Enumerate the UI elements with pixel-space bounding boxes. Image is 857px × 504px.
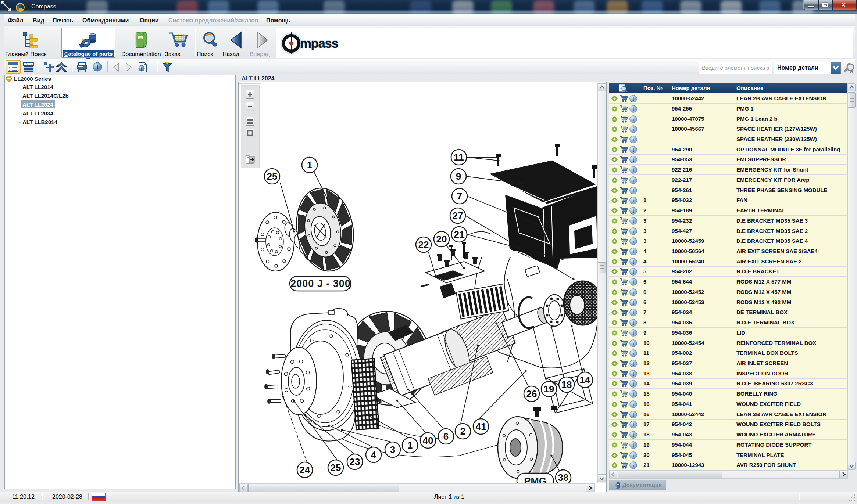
svg-text:i: i <box>141 66 142 72</box>
svg-text:22: 22 <box>418 239 429 250</box>
svg-text:21: 21 <box>454 229 465 240</box>
svg-text:i: i <box>633 310 634 316</box>
svg-text:i: i <box>633 412 634 418</box>
svg-text:i: i <box>633 371 634 377</box>
svg-text:i: i <box>633 463 634 468</box>
svg-text:1: 1 <box>307 159 312 170</box>
svg-text:i: i <box>633 280 634 285</box>
svg-text:i: i <box>633 117 634 122</box>
svg-text:i: i <box>633 249 634 255</box>
svg-text:40: 40 <box>423 435 433 446</box>
svg-text:i: i <box>633 229 634 234</box>
svg-text:19: 19 <box>544 384 554 395</box>
svg-text:6: 6 <box>443 431 449 442</box>
svg-text:i: i <box>633 422 634 428</box>
svg-text:i: i <box>633 341 634 346</box>
svg-text:23: 23 <box>350 456 360 467</box>
svg-text:i: i <box>96 64 98 71</box>
svg-text:18: 18 <box>561 379 572 390</box>
svg-text:i: i <box>633 137 634 143</box>
svg-text:i: i <box>633 188 634 194</box>
svg-text:2000 J - 300: 2000 J - 300 <box>290 278 351 289</box>
svg-text:i: i <box>633 331 634 336</box>
svg-text:i: i <box>633 107 634 112</box>
svg-text:i: i <box>633 127 634 132</box>
svg-text:i: i <box>633 402 634 407</box>
svg-text:i: i <box>633 96 634 102</box>
svg-text:i: i <box>633 290 634 295</box>
svg-text:25: 25 <box>267 171 278 182</box>
svg-text:i: i <box>633 320 634 326</box>
svg-text:i: i <box>633 178 634 183</box>
svg-text:i: i <box>633 392 634 397</box>
svg-text:9: 9 <box>456 171 461 182</box>
svg-text:26: 26 <box>526 388 537 399</box>
svg-text:41: 41 <box>476 421 486 432</box>
svg-text:i: i <box>633 198 634 204</box>
svg-text:i: i <box>633 269 634 275</box>
svg-text:11: 11 <box>454 152 464 163</box>
svg-text:i: i <box>633 381 634 387</box>
svg-text:2: 2 <box>460 426 465 437</box>
svg-text:i: i <box>633 168 634 173</box>
svg-text:i: i <box>633 259 634 265</box>
svg-text:4: 4 <box>371 449 376 460</box>
svg-text:i: i <box>633 351 634 356</box>
svg-text:24: 24 <box>300 464 310 475</box>
svg-text:i: i <box>633 432 634 438</box>
svg-text:i: i <box>633 443 634 448</box>
svg-text:i: i <box>633 219 634 224</box>
svg-text:7: 7 <box>457 191 462 202</box>
svg-text:38: 38 <box>558 472 569 483</box>
svg-text:i: i <box>633 300 634 306</box>
svg-text:i: i <box>633 239 634 244</box>
svg-text:mpass: mpass <box>300 36 338 50</box>
svg-text:3: 3 <box>390 444 395 455</box>
svg-text:i: i <box>633 453 634 458</box>
svg-text:i: i <box>633 157 634 163</box>
svg-text:PMG: PMG <box>524 476 547 483</box>
svg-text:20: 20 <box>436 234 447 245</box>
svg-text:1: 1 <box>407 440 413 451</box>
svg-text:i: i <box>633 361 634 367</box>
svg-text:27: 27 <box>453 210 463 221</box>
svg-text:14: 14 <box>580 374 590 385</box>
svg-text:i: i <box>633 208 634 214</box>
svg-text:i: i <box>633 147 634 153</box>
svg-text:25: 25 <box>331 462 341 473</box>
